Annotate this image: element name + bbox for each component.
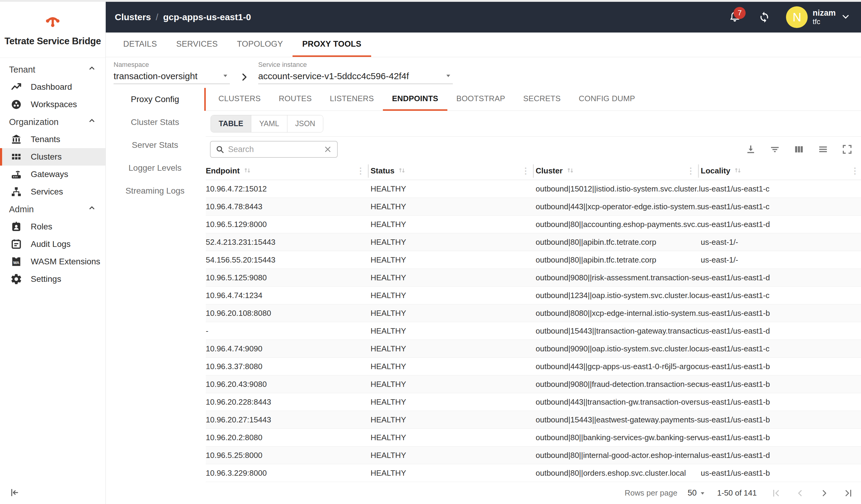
columns-button[interactable] <box>792 143 806 156</box>
sort-icon[interactable] <box>397 166 406 176</box>
tab-topology[interactable]: TOPOLOGY <box>228 32 293 57</box>
table-row[interactable]: 10.96.20.43:9080HEALTHYoutbound|9080||fr… <box>206 376 861 393</box>
sidebar-item-wasm-extensions[interactable]: WA WASM Extensions <box>0 253 106 270</box>
prev-page-button[interactable] <box>794 487 806 499</box>
tab-services[interactable]: SERVICES <box>167 32 228 57</box>
refresh-button[interactable] <box>756 9 772 25</box>
sidebar-item-dashboard[interactable]: Dashboard <box>0 78 106 96</box>
clear-search-icon[interactable] <box>323 145 332 154</box>
sidebar-item-label: Dashboard <box>31 82 72 92</box>
breadcrumb-clusters[interactable]: Clusters <box>115 12 151 22</box>
download-button[interactable] <box>744 143 757 156</box>
service-instance-select[interactable]: account-service-v1-5ddcc4c596-42f4f <box>258 71 453 84</box>
next-page-button[interactable] <box>818 487 830 499</box>
user-menu[interactable]: N nizam tfc <box>786 6 851 28</box>
filter-button[interactable] <box>768 143 781 156</box>
table-cell: us-east1/us-east1-c <box>701 180 861 197</box>
subnav-item-logger-levels[interactable]: Logger Levels <box>106 156 206 180</box>
table-row[interactable]: 10.96.20.228:8443HEALTHYoutbound|443||tr… <box>206 393 861 411</box>
sort-icon[interactable] <box>243 166 252 176</box>
sort-icon[interactable] <box>566 166 575 176</box>
table-row[interactable]: 10.96.20.2:8080HEALTHYoutbound|80||banki… <box>206 429 861 447</box>
proxy-tab-bootstrap[interactable]: BOOTSTRAP <box>447 88 514 111</box>
tab-details[interactable]: DETAILS <box>113 32 167 57</box>
table-cell: HEALTHY <box>371 286 536 304</box>
notifications-button[interactable]: 7 <box>727 9 742 25</box>
table-row[interactable]: 10.96.5.25:8000HEALTHYoutbound|80||inter… <box>206 447 861 464</box>
namespace-select[interactable]: transaction-oversight <box>113 71 230 84</box>
table-row[interactable]: 10.96.3.229:8000HEALTHYoutbound|80||orde… <box>206 464 861 482</box>
table-row[interactable]: 10.96.4.74:9090HEALTHYoutbound|9090||oap… <box>206 340 861 358</box>
table-cell: 10.96.4.72:15012 <box>206 180 371 197</box>
proxy-tab-listeners[interactable]: LISTENERS <box>321 88 383 111</box>
subnav-item-proxy-config[interactable]: Proxy Config <box>106 88 206 111</box>
table-row[interactable]: 10.96.20.27:15443HEALTHYoutbound|15443||… <box>206 411 861 429</box>
table-cell: outbound|15443||transaction-gateway.tran… <box>536 322 701 340</box>
table-row[interactable]: 10.96.3.37:8080HEALTHYoutbound|443||gcp-… <box>206 358 861 376</box>
subnav-item-server-stats[interactable]: Server Stats <box>106 134 206 156</box>
view-toggle-yaml[interactable]: YAML <box>251 115 287 132</box>
table-row[interactable]: 10.96.5.125:9080HEALTHYoutbound|9080||ri… <box>206 269 861 286</box>
column-menu-icon[interactable]: ⋮ <box>521 167 530 175</box>
column-header-endpoint[interactable]: Endpoint ⋮ <box>206 162 371 180</box>
table-cell: 10.96.5.125:9080 <box>206 269 371 286</box>
table-row[interactable]: 10.96.20.108:8080HEALTHYoutbound|8080||x… <box>206 304 861 322</box>
proxy-tab-config-dump[interactable]: CONFIG DUMP <box>570 88 644 111</box>
proxy-tab-endpoints[interactable]: ENDPOINTS <box>383 88 447 111</box>
column-menu-icon[interactable]: ⋮ <box>851 167 859 175</box>
view-toggle-table[interactable]: TABLE <box>211 115 251 132</box>
table-cell: 10.96.20.108:8080 <box>206 304 371 322</box>
table-row[interactable]: 10.96.4.74:1234HEALTHYoutbound|1234||oap… <box>206 286 861 304</box>
fullscreen-button[interactable] <box>840 143 854 156</box>
column-header-cluster[interactable]: Cluster ⋮ <box>536 162 701 180</box>
table-cell: HEALTHY <box>371 322 536 340</box>
table-cell: HEALTHY <box>371 233 536 251</box>
table-cell: 10.96.20.27:15443 <box>206 411 371 429</box>
search-input[interactable] <box>228 145 320 154</box>
sidebar-item-clusters[interactable]: Clusters <box>0 148 106 166</box>
sidebar-item-roles[interactable]: Roles <box>0 218 106 236</box>
subnav-item-streaming-logs[interactable]: Streaming Logs <box>106 180 206 202</box>
table-row[interactable]: 10.96.5.129:8000HEALTHYoutbound|80||acco… <box>206 215 861 233</box>
sidebar-item-tenants[interactable]: Tenants <box>0 131 106 148</box>
table-row[interactable]: 54.156.55.20:15443HEALTHYoutbound|80||ap… <box>206 251 861 269</box>
view-toggle-json[interactable]: JSON <box>287 115 323 132</box>
column-divider[interactable] <box>368 164 369 178</box>
content-row: Proxy Config Cluster Stats Server Stats … <box>106 88 861 504</box>
tenants-icon <box>10 134 23 145</box>
sort-icon[interactable] <box>733 166 742 176</box>
section-tenant[interactable]: Tenant <box>0 61 106 78</box>
column-header-locality[interactable]: Locality ⋮ <box>701 162 861 180</box>
proxy-tab-secrets[interactable]: SECRETS <box>514 88 570 111</box>
rows-per-page-select[interactable]: 50 <box>687 488 707 498</box>
chevron-up-icon <box>87 64 96 75</box>
table-cell: outbound|9080||risk-assessment.transacti… <box>536 269 701 286</box>
table-cell: 10.96.4.74:1234 <box>206 286 371 304</box>
section-organization[interactable]: Organization <box>0 113 106 131</box>
subnav-item-cluster-stats[interactable]: Cluster Stats <box>106 111 206 134</box>
last-page-button[interactable] <box>842 487 855 499</box>
first-page-button[interactable] <box>770 487 782 499</box>
sidebar-item-workspaces[interactable]: Workspaces <box>0 96 106 113</box>
table-row[interactable]: 52.4.213.231:15443HEALTHYoutbound|80||ap… <box>206 233 861 251</box>
sidebar-item-settings[interactable]: Settings <box>0 270 106 288</box>
sidebar-item-services[interactable]: Services <box>0 183 106 200</box>
column-divider[interactable] <box>698 164 699 178</box>
column-menu-icon[interactable]: ⋮ <box>686 167 695 175</box>
table-row[interactable]: 10.96.4.78:8443HEALTHYoutbound|443||xcp-… <box>206 198 861 215</box>
proxy-tab-routes[interactable]: ROUTES <box>270 88 321 111</box>
collapse-sidebar-button[interactable] <box>8 486 21 499</box>
sidebar-item-audit-logs[interactable]: Audit Logs <box>0 236 106 253</box>
tab-proxy-tools[interactable]: PROXY TOOLS <box>292 32 371 57</box>
section-admin[interactable]: Admin <box>0 200 106 218</box>
table-row[interactable]: -HEALTHYoutbound|15443||transaction-gate… <box>206 322 861 340</box>
proxy-tab-clusters[interactable]: CLUSTERS <box>209 88 270 111</box>
column-divider[interactable] <box>533 164 534 178</box>
column-header-status[interactable]: Status ⋮ <box>371 162 536 180</box>
sidebar-item-gateways[interactable]: Gateways <box>0 166 106 183</box>
column-menu-icon[interactable]: ⋮ <box>356 167 365 175</box>
density-button[interactable] <box>817 143 830 156</box>
table-row[interactable]: 10.96.4.72:15012HEALTHYoutbound|15012||i… <box>206 180 861 198</box>
view-toggle-group: TABLE YAML JSON <box>210 115 323 132</box>
pagination-range: 1-50 of 141 <box>717 488 757 498</box>
